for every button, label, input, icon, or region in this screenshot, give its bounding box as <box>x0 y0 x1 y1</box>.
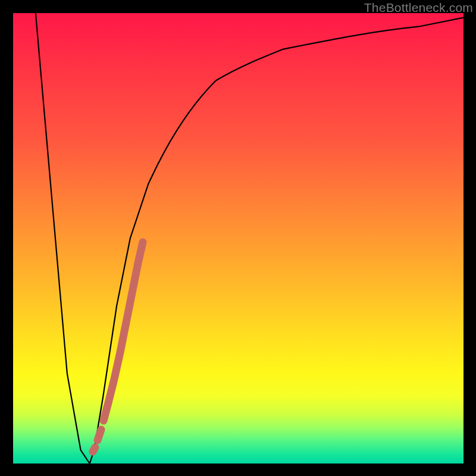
plot-area <box>13 13 464 464</box>
chart-container: TheBottleneck.com <box>0 0 476 476</box>
highlight-segment <box>93 242 143 452</box>
chart-svg <box>13 13 464 464</box>
highlight-stroke <box>104 242 143 421</box>
bottleneck-curve-path <box>36 13 464 464</box>
watermark-text: TheBottleneck.com <box>364 1 473 15</box>
highlight-dot-1 <box>93 447 95 452</box>
highlight-dot-2 <box>98 430 101 440</box>
